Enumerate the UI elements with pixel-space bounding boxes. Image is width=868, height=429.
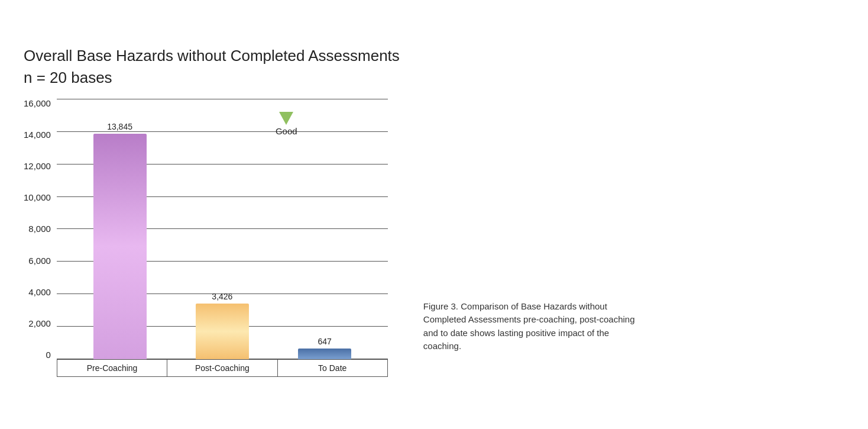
y-label-2000: 2,000 bbox=[28, 319, 51, 328]
bar-precoaching bbox=[93, 134, 147, 359]
grid-and-bars: Good 13,845 3,426 bbox=[57, 99, 388, 359]
figure-caption: Figure 3. Comparison of Base Hazards wit… bbox=[423, 300, 648, 383]
y-label-14000: 14,000 bbox=[24, 130, 51, 139]
bar-group-postcoaching: 3,426 bbox=[171, 292, 273, 359]
bar-value-precoaching: 13,845 bbox=[107, 122, 132, 131]
x-label-precoaching: Pre-Coaching bbox=[57, 360, 167, 377]
y-label-16000: 16,000 bbox=[24, 99, 51, 108]
y-label-6000: 6,000 bbox=[28, 256, 51, 265]
chart-title-line1: Overall Base Hazards without Completed A… bbox=[24, 46, 400, 66]
bar-value-todate: 647 bbox=[318, 337, 332, 346]
bar-group-todate: 647 bbox=[274, 337, 376, 359]
bar-value-postcoaching: 3,426 bbox=[212, 292, 232, 301]
bars-area: 13,845 3,426 647 bbox=[57, 99, 388, 359]
y-label-8000: 8,000 bbox=[28, 224, 51, 233]
chart-body: 16,000 14,000 12,000 10,000 8,000 6,000 … bbox=[24, 99, 388, 383]
x-axis: Pre-Coaching Post-Coaching To Date bbox=[57, 359, 388, 377]
y-axis: 16,000 14,000 12,000 10,000 8,000 6,000 … bbox=[24, 99, 57, 383]
bar-group-precoaching: 13,845 bbox=[69, 122, 171, 359]
bar-postcoaching bbox=[196, 304, 249, 359]
y-label-10000: 10,000 bbox=[24, 193, 51, 202]
y-label-4000: 4,000 bbox=[28, 288, 51, 296]
bar-todate bbox=[298, 349, 351, 359]
x-label-postcoaching: Post-Coaching bbox=[167, 360, 277, 377]
chart-section: Overall Base Hazards without Completed A… bbox=[24, 46, 648, 383]
y-label-0: 0 bbox=[46, 350, 51, 359]
chart-container: Overall Base Hazards without Completed A… bbox=[24, 46, 400, 383]
chart-plot: Good 13,845 3,426 bbox=[57, 99, 388, 383]
chart-title-line2: n = 20 bases bbox=[24, 69, 112, 87]
y-label-12000: 12,000 bbox=[24, 162, 51, 170]
x-label-todate: To Date bbox=[277, 360, 388, 377]
